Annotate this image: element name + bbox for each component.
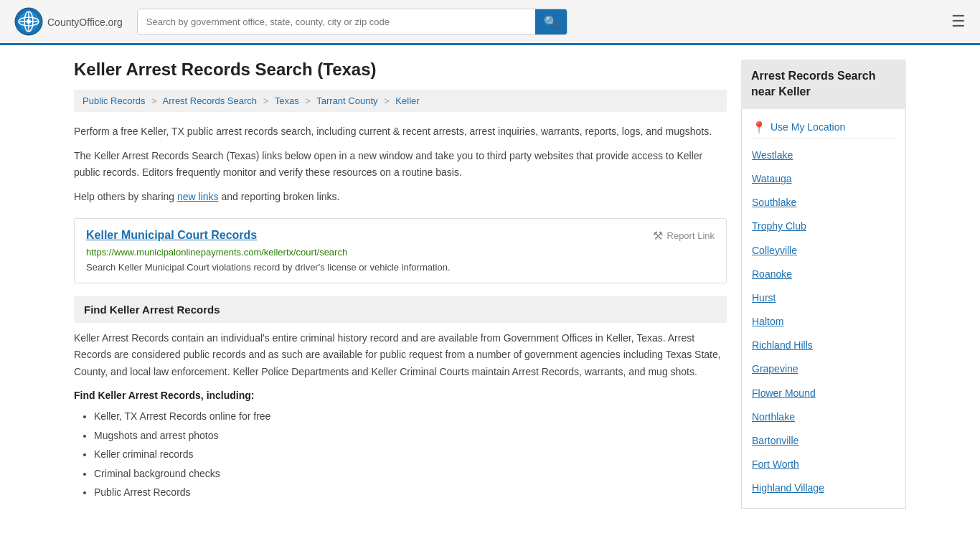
record-card-title[interactable]: Keller Municipal Court Records (86, 229, 257, 242)
use-location-label: Use My Location (771, 121, 845, 133)
logo-link[interactable]: CountyOffice.org (14, 7, 123, 36)
use-location-button[interactable]: 📍 Use My Location (752, 116, 895, 139)
find-section-body: Keller Arrest Records contain an individ… (74, 330, 727, 381)
search-button[interactable]: 🔍 (535, 9, 567, 34)
record-card-header: Keller Municipal Court Records ⚒ Report … (86, 229, 715, 242)
record-card-url[interactable]: https://www.municipalonlinepayments.com/… (86, 247, 715, 258)
logo-text: CountyOffice.org (47, 14, 123, 29)
list-item: Mugshots and arrest photos (94, 426, 727, 446)
sidebar-link-fort-worth[interactable]: Fort Worth (752, 453, 895, 476)
content-area: Keller Arrest Records Search (Texas) Pub… (74, 60, 727, 509)
sidebar-link-highland-village[interactable]: Highland Village (752, 476, 895, 500)
search-bar: 🔍 (137, 9, 567, 35)
desc3-suffix: and reporting broken links. (219, 191, 340, 202)
sidebar-link-watauga[interactable]: Watauga (752, 167, 895, 191)
report-link-icon: ⚒ (653, 229, 663, 242)
sidebar-link-bartonville[interactable]: Bartonville (752, 429, 895, 453)
sidebar-link-southlake[interactable]: Southlake (752, 191, 895, 215)
sidebar-body: 📍 Use My Location Westlake Watauga South… (741, 109, 906, 509)
location-pin-icon: 📍 (752, 121, 766, 134)
desc-paragraph-2: The Keller Arrest Records Search (Texas)… (74, 148, 727, 180)
list-item: Public Arrest Records (94, 483, 727, 502)
sidebar-link-roanoke[interactable]: Roanoke (752, 263, 895, 286)
find-list-heading: Find Keller Arrest Records, including: (74, 390, 727, 401)
search-input[interactable] (138, 11, 535, 33)
sidebar-link-haltom[interactable]: Haltom (752, 310, 895, 334)
breadcrumb-sep-3: > (305, 95, 311, 106)
record-card-desc: Search Keller Municipal Court violations… (86, 262, 715, 273)
sidebar-link-northlake[interactable]: Northlake (752, 405, 895, 429)
desc-paragraph-1: Perform a free Keller, TX public arrest … (74, 123, 727, 139)
page-title: Keller Arrest Records Search (Texas) (74, 60, 727, 80)
desc3-prefix: Help others by sharing (74, 191, 177, 202)
sidebar-link-richland-hills[interactable]: Richland Hills (752, 334, 895, 357)
new-links-link[interactable]: new links (177, 191, 219, 202)
sidebar-link-flower-mound[interactable]: Flower Mound (752, 382, 895, 405)
find-section-title: Find Keller Arrest Records (84, 303, 220, 316)
site-header: CountyOffice.org 🔍 ☰ (0, 0, 980, 45)
report-link-label: Report Link (667, 230, 715, 241)
sidebar-link-colleyville[interactable]: Colleyville (752, 239, 895, 263)
sidebar: Arrest Records Search near Keller 📍 Use … (741, 60, 906, 509)
breadcrumb-texas[interactable]: Texas (275, 95, 299, 106)
sidebar-header: Arrest Records Search near Keller (741, 60, 906, 109)
breadcrumb-public-records[interactable]: Public Records (83, 95, 145, 106)
record-card: Keller Municipal Court Records ⚒ Report … (74, 218, 727, 283)
find-section-header: Find Keller Arrest Records (74, 296, 727, 323)
main-container: Keller Arrest Records Search (Texas) Pub… (60, 45, 920, 523)
breadcrumb-keller[interactable]: Keller (395, 95, 419, 106)
sidebar-link-westlake[interactable]: Westlake (752, 143, 895, 167)
breadcrumb: Public Records > Arrest Records Search >… (74, 90, 727, 112)
sidebar-link-grapevine[interactable]: Grapevine (752, 357, 895, 381)
find-list: Keller, TX Arrest Records online for fre… (94, 407, 727, 502)
list-item: Keller, TX Arrest Records online for fre… (94, 407, 727, 426)
report-link-button[interactable]: ⚒ Report Link (653, 229, 715, 242)
sidebar-link-trophy-club[interactable]: Trophy Club (752, 215, 895, 238)
sidebar-link-hurst[interactable]: Hurst (752, 286, 895, 310)
breadcrumb-sep-2: > (263, 95, 269, 106)
breadcrumb-sep-1: > (151, 95, 157, 106)
breadcrumb-arrest-records[interactable]: Arrest Records Search (163, 95, 258, 106)
list-item: Criminal background checks (94, 464, 727, 484)
breadcrumb-tarrant-county[interactable]: Tarrant County (316, 95, 377, 106)
logo-icon (14, 7, 43, 36)
desc-paragraph-3: Help others by sharing new links and rep… (74, 189, 727, 204)
breadcrumb-sep-4: > (384, 95, 390, 106)
hamburger-menu-icon[interactable]: ☰ (951, 12, 966, 31)
list-item: Keller criminal records (94, 445, 727, 464)
